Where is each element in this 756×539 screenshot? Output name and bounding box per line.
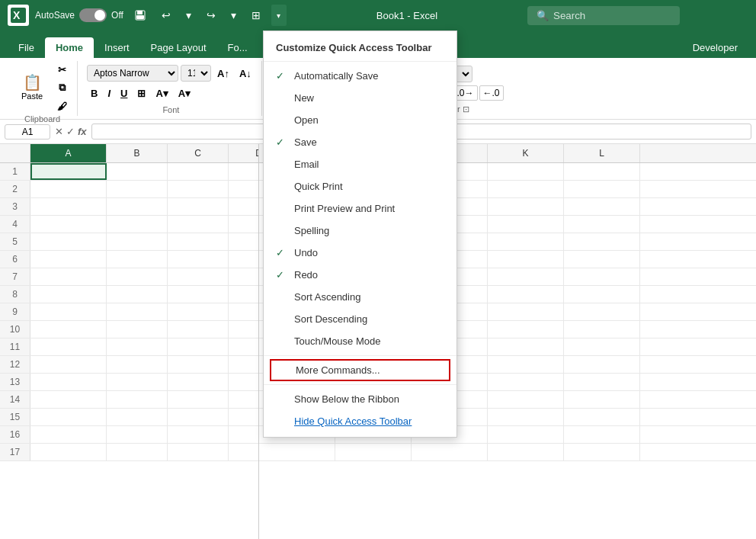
font-color-button[interactable]: A▾ xyxy=(175,85,194,101)
cell[interactable] xyxy=(168,409,229,425)
decrease-decimal-button[interactable]: ←.0 xyxy=(479,85,504,101)
cell[interactable] xyxy=(488,321,564,338)
cell[interactable] xyxy=(564,268,640,285)
cell[interactable] xyxy=(30,374,107,390)
cell[interactable] xyxy=(488,303,564,320)
cell[interactable] xyxy=(564,444,640,460)
cell[interactable] xyxy=(564,233,640,250)
font-family-select[interactable]: Aptos Narrow xyxy=(87,65,178,82)
cell[interactable] xyxy=(564,216,640,233)
redo-qat-button[interactable]: ↪ xyxy=(202,6,220,24)
cell[interactable] xyxy=(259,444,335,460)
col-header-b[interactable]: B xyxy=(107,144,168,162)
dropdown-item[interactable]: Spelling xyxy=(264,220,456,242)
copy-button[interactable]: ⧉ xyxy=(53,79,71,96)
cell[interactable] xyxy=(107,321,168,338)
cell[interactable] xyxy=(107,268,168,285)
cell[interactable] xyxy=(30,216,107,233)
dropdown-item[interactable]: ✓Save xyxy=(264,131,456,153)
cell[interactable] xyxy=(168,444,229,460)
cell[interactable] xyxy=(107,181,168,197)
search-bar[interactable]: 🔍 xyxy=(527,6,680,25)
cell[interactable] xyxy=(168,356,229,373)
font-size-select[interactable]: 11 xyxy=(181,65,211,82)
cell[interactable] xyxy=(488,181,564,197)
redo-arrow-button[interactable]: ▾ xyxy=(226,6,241,24)
cell[interactable] xyxy=(168,181,229,197)
tab-page-layout[interactable]: Page Layout xyxy=(140,37,217,58)
cell[interactable] xyxy=(564,321,640,338)
cell[interactable] xyxy=(564,409,640,425)
cell[interactable] xyxy=(107,163,168,180)
cell[interactable] xyxy=(229,321,259,338)
cell[interactable] xyxy=(564,163,640,180)
col-header-d[interactable]: D xyxy=(229,144,259,162)
cell[interactable] xyxy=(229,268,259,285)
cell[interactable] xyxy=(168,374,229,390)
grid-qat-button[interactable]: ⊞ xyxy=(247,6,265,24)
cell[interactable] xyxy=(488,268,564,285)
cell[interactable] xyxy=(229,233,259,250)
cell[interactable] xyxy=(107,374,168,390)
dropdown-item[interactable]: Show Below the Ribbon xyxy=(264,388,456,410)
cell[interactable] xyxy=(168,321,229,338)
cell[interactable] xyxy=(168,338,229,355)
cell[interactable] xyxy=(30,303,107,320)
dropdown-item[interactable]: ✓Automatically Save xyxy=(264,65,456,87)
cell[interactable] xyxy=(564,338,640,355)
cell[interactable] xyxy=(30,338,107,355)
cell[interactable] xyxy=(488,216,564,233)
cell[interactable] xyxy=(229,391,259,408)
cell[interactable] xyxy=(168,303,229,320)
cell[interactable] xyxy=(30,391,107,408)
cell[interactable] xyxy=(168,426,229,443)
dropdown-item[interactable]: Open xyxy=(264,109,456,131)
dropdown-item[interactable]: More Commands... xyxy=(270,359,450,381)
cell[interactable] xyxy=(107,251,168,268)
dropdown-item[interactable]: Quick Print xyxy=(264,175,456,197)
cell[interactable] xyxy=(229,444,259,460)
cell[interactable] xyxy=(168,268,229,285)
cell[interactable] xyxy=(107,356,168,373)
cell[interactable] xyxy=(564,251,640,268)
italic-button[interactable]: I xyxy=(104,85,114,101)
cell[interactable] xyxy=(229,374,259,390)
number-expand-icon[interactable]: ⊡ xyxy=(463,104,469,114)
dropdown-item[interactable]: Touch/Mouse Mode xyxy=(264,330,456,352)
tab-developer[interactable]: Developer xyxy=(682,37,748,58)
border-button[interactable]: ⊞ xyxy=(133,85,149,101)
cell[interactable] xyxy=(488,338,564,355)
cell[interactable] xyxy=(30,356,107,373)
col-header-k[interactable]: K xyxy=(488,144,564,162)
cell[interactable] xyxy=(107,303,168,320)
cell[interactable] xyxy=(229,286,259,303)
cell[interactable] xyxy=(30,286,107,303)
dropdown-item[interactable]: Hide Quick Access Toolbar xyxy=(264,410,456,432)
cell[interactable] xyxy=(30,163,107,180)
cell[interactable] xyxy=(30,444,107,460)
cell[interactable] xyxy=(564,391,640,408)
search-input[interactable] xyxy=(553,10,668,21)
dropdown-item[interactable]: Sort Ascending xyxy=(264,286,456,308)
cell[interactable] xyxy=(488,374,564,390)
undo-arrow-button[interactable]: ▾ xyxy=(181,6,196,24)
dropdown-item[interactable]: Print Preview and Print xyxy=(264,197,456,220)
cell[interactable] xyxy=(30,426,107,443)
cell[interactable] xyxy=(564,426,640,443)
cell[interactable] xyxy=(107,286,168,303)
cell[interactable] xyxy=(229,163,259,180)
tab-home[interactable]: Home xyxy=(45,37,94,58)
dropdown-item[interactable]: ✓Undo xyxy=(264,242,456,264)
cell[interactable] xyxy=(168,163,229,180)
formula-cancel-icon[interactable]: ✕ xyxy=(55,126,63,137)
cell[interactable] xyxy=(229,181,259,197)
cell[interactable] xyxy=(229,303,259,320)
cell[interactable] xyxy=(30,181,107,197)
cell[interactable] xyxy=(488,409,564,425)
cell[interactable] xyxy=(107,444,168,460)
cell[interactable] xyxy=(488,356,564,373)
cell[interactable] xyxy=(488,251,564,268)
cell[interactable] xyxy=(229,251,259,268)
cell[interactable] xyxy=(488,426,564,443)
col-header-a[interactable]: A xyxy=(30,144,107,162)
